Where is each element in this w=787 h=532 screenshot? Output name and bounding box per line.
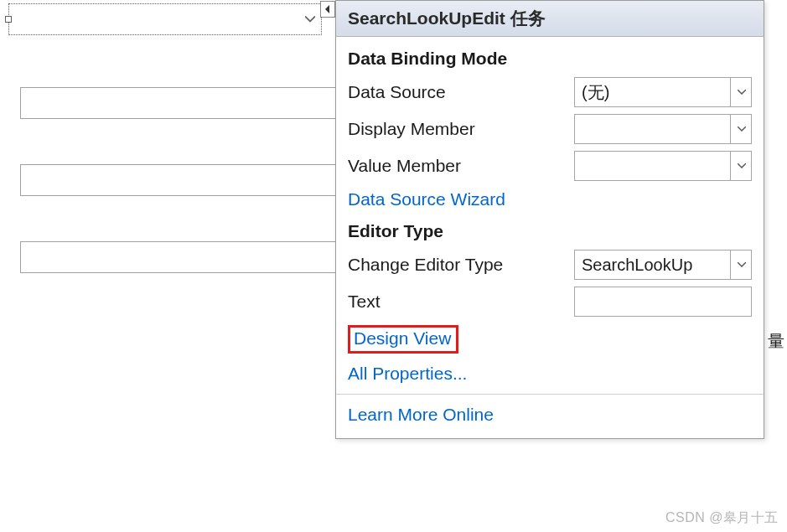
label-change-editor-type: Change Editor Type <box>348 255 574 275</box>
combo-data-source-value: (无) <box>582 81 609 104</box>
label-value-member: Value Member <box>348 156 574 176</box>
chevron-down-icon[interactable] <box>730 77 752 107</box>
background-control-2[interactable] <box>20 164 337 196</box>
chevron-down-icon[interactable] <box>730 151 752 181</box>
row-data-source: Data Source (无) <box>348 74 752 111</box>
smart-tag-task-panel: SearchLookUpEdit 任务 Data Binding Mode Da… <box>335 0 764 439</box>
label-data-source: Data Source <box>348 82 574 102</box>
row-text: Text <box>348 283 752 320</box>
chevron-down-icon[interactable] <box>730 250 752 280</box>
link-learn-more-online[interactable]: Learn More Online <box>348 405 494 425</box>
background-text-char: 量 <box>768 330 784 353</box>
label-display-member: Display Member <box>348 119 574 139</box>
link-design-view[interactable]: Design View <box>354 328 451 349</box>
divider <box>336 394 764 395</box>
row-display-member: Display Member <box>348 111 752 147</box>
selection-handle-left[interactable] <box>5 16 12 23</box>
section-data-binding: Data Binding Mode <box>348 42 752 74</box>
background-control-1[interactable] <box>20 87 337 119</box>
combo-change-editor-type-value: SearchLookUp <box>582 256 692 275</box>
chevron-down-icon[interactable] <box>730 114 752 144</box>
row-change-editor-type: Change Editor Type SearchLookUp <box>348 246 752 283</box>
watermark: CSDN @皋月十五 <box>665 509 779 527</box>
row-value-member: Value Member <box>348 147 752 184</box>
control-dropdown-button[interactable] <box>301 6 319 33</box>
combo-data-source[interactable]: (无) <box>574 77 752 107</box>
selected-searchlookupedit-control[interactable] <box>8 3 322 35</box>
highlight-design-view: Design View <box>348 325 458 354</box>
combo-change-editor-type[interactable]: SearchLookUp <box>574 250 752 280</box>
input-text[interactable] <box>574 287 752 317</box>
label-text: Text <box>348 292 574 312</box>
background-control-3[interactable] <box>20 241 337 273</box>
section-editor-type: Editor Type <box>348 214 752 246</box>
link-data-source-wizard[interactable]: Data Source Wizard <box>348 189 505 209</box>
combo-value-member[interactable] <box>574 151 752 181</box>
link-all-properties[interactable]: All Properties... <box>348 364 467 384</box>
smart-tag-glyph[interactable] <box>320 1 335 18</box>
combo-display-member[interactable] <box>574 114 752 144</box>
task-panel-title: SearchLookUpEdit 任务 <box>336 1 764 37</box>
